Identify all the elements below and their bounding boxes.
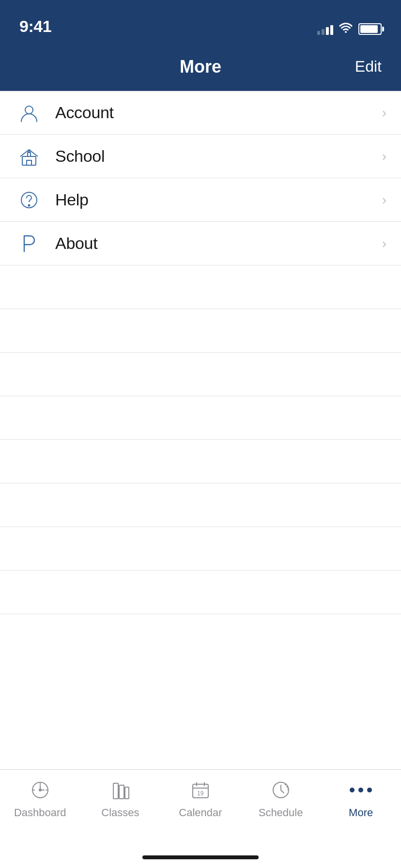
home-bar	[142, 855, 259, 859]
more-icon	[348, 777, 373, 803]
dashboard-icon	[28, 777, 53, 803]
tab-dashboard[interactable]: Dashboard	[0, 777, 80, 819]
empty-row-1	[0, 265, 401, 309]
account-chevron: ›	[382, 105, 386, 121]
status-bar: 9:41	[0, 0, 401, 43]
menu-list: Account › School › Help	[0, 91, 401, 265]
edit-button[interactable]: Edit	[355, 58, 382, 76]
nav-bar: More Edit	[0, 43, 401, 91]
calendar-icon: 19	[188, 777, 213, 803]
svg-text:19: 19	[197, 790, 204, 797]
school-chevron: ›	[382, 149, 386, 164]
tab-classes[interactable]: Classes	[80, 777, 161, 819]
menu-item-help[interactable]: Help ›	[0, 178, 401, 222]
about-label: About	[55, 234, 382, 253]
empty-row-6	[0, 483, 401, 527]
schedule-icon	[268, 777, 293, 803]
schedule-tab-label: Schedule	[259, 806, 303, 819]
empty-row-4	[0, 396, 401, 440]
dashboard-tab-label: Dashboard	[14, 806, 66, 819]
calendar-tab-label: Calendar	[179, 806, 222, 819]
tab-bar: Dashboard Classes 19 Calendar	[0, 769, 401, 847]
svg-point-7	[39, 789, 41, 791]
about-icon	[15, 229, 44, 258]
svg-rect-2	[27, 160, 31, 165]
empty-row-3	[0, 353, 401, 396]
more-tab-label: More	[349, 806, 373, 819]
about-chevron: ›	[382, 236, 386, 251]
tab-more[interactable]: More	[321, 777, 401, 819]
empty-row-7	[0, 527, 401, 571]
svg-point-0	[25, 106, 33, 114]
status-time: 9:41	[19, 17, 51, 36]
empty-row-2	[0, 309, 401, 353]
account-icon	[15, 98, 44, 127]
wifi-icon	[339, 22, 353, 36]
svg-rect-3	[28, 153, 31, 156]
classes-tab-label: Classes	[101, 806, 139, 819]
menu-item-about[interactable]: About ›	[0, 222, 401, 265]
school-label: School	[55, 147, 382, 166]
tab-calendar[interactable]: 19 Calendar	[160, 777, 241, 819]
account-label: Account	[55, 103, 382, 122]
svg-point-5	[29, 204, 30, 206]
menu-item-account[interactable]: Account ›	[0, 91, 401, 135]
svg-rect-9	[119, 785, 124, 799]
tab-schedule[interactable]: Schedule	[241, 777, 321, 819]
school-icon	[15, 142, 44, 171]
svg-rect-8	[113, 783, 118, 799]
classes-icon	[108, 777, 133, 803]
nav-title: More	[180, 57, 221, 77]
empty-row-5	[0, 440, 401, 483]
status-icons	[317, 22, 382, 36]
help-chevron: ›	[382, 192, 386, 208]
signal-icon	[317, 23, 333, 35]
svg-rect-10	[125, 787, 129, 799]
menu-item-school[interactable]: School ›	[0, 135, 401, 178]
help-icon	[15, 186, 44, 215]
empty-row-8	[0, 571, 401, 614]
battery-icon	[358, 23, 382, 35]
help-label: Help	[55, 190, 382, 209]
home-indicator	[0, 847, 401, 868]
empty-section	[0, 265, 401, 769]
